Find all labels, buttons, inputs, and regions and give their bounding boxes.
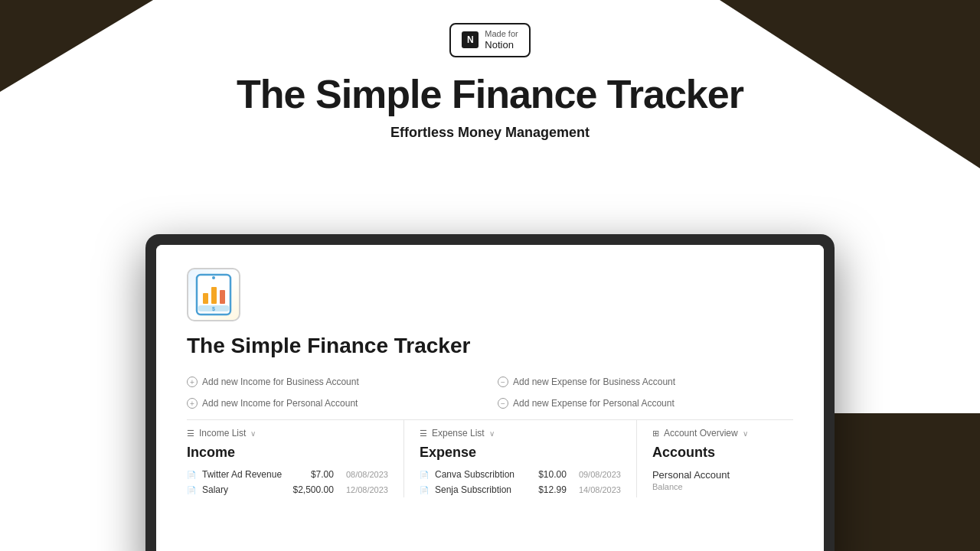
expense-list-icon: ☰	[420, 429, 427, 439]
expense-chevron: ∨	[489, 429, 495, 438]
expense-doc-icon-1: 📄	[420, 486, 429, 494]
account-name-0: Personal Account	[652, 469, 730, 481]
svg-rect-3	[220, 290, 225, 304]
page-title: The Simple Finance Tracker	[187, 334, 793, 358]
action-buttons-row-2: + Add new Income for Personal Account − …	[187, 395, 793, 412]
add-expense-business-btn[interactable]: − Add new Expense for Business Account	[498, 373, 793, 390]
income-list-header[interactable]: ☰ Income List ∨	[187, 420, 388, 445]
app-icon: $	[187, 268, 240, 321]
account-row-0: Personal Account Balance	[652, 467, 793, 494]
account-section: ⊞ Account Overview ∨ Accounts Personal A…	[636, 420, 793, 497]
income-chevron: ∨	[250, 429, 256, 438]
expense-row-1: 📄 Senja Subscribtion $12.99 14/08/2023	[420, 482, 621, 497]
plus-icon-income-business: +	[187, 377, 198, 387]
subtitle: Effortless Money Management	[390, 125, 590, 141]
notion-content: $ The Simple Finance Tracker + Add new I…	[156, 245, 824, 551]
expense-amount-1: $12.99	[538, 484, 567, 495]
laptop-outer: $ The Simple Finance Tracker + Add new I…	[145, 234, 835, 551]
expense-personal-col: − Add new Expense for Personal Account	[498, 395, 793, 412]
income-amount-0: $7.00	[311, 469, 334, 480]
income-business-label: Add new Income for Business Account	[202, 377, 359, 387]
notion-badge: N Made for Notion	[449, 23, 530, 57]
expense-section: ☰ Expense List ∨ Expense 📄 Canva Subscri…	[403, 420, 636, 497]
notion-label: Notion	[485, 39, 514, 51]
laptop-mockup: $ The Simple Finance Tracker + Add new I…	[145, 234, 835, 551]
income-date-1: 12/08/2023	[346, 485, 388, 494]
plus-icon-income-personal: +	[187, 398, 198, 409]
expense-date-0: 09/08/2023	[579, 470, 621, 479]
expense-name-1: Senja Subscribtion	[435, 484, 532, 495]
expense-list-label: Expense List	[432, 428, 485, 439]
income-name-0: Twitter Ad Revenue	[202, 469, 305, 480]
account-chevron: ∨	[743, 429, 748, 438]
accounts-col-title: Accounts	[652, 445, 793, 461]
expense-date-1: 14/08/2023	[579, 485, 621, 494]
income-list-label: Income List	[199, 428, 246, 439]
svg-rect-2	[211, 287, 217, 304]
tables-row: ☰ Income List ∨ Income 📄 Twitter Ad Reve…	[187, 420, 793, 497]
income-amount-1: $2,500.00	[293, 484, 334, 495]
notion-badge-text: Made for Notion	[485, 29, 518, 51]
expense-list-header[interactable]: ☰ Expense List ∨	[420, 420, 621, 445]
main-title: The Simple Finance Tracker	[237, 71, 743, 117]
expense-col-title: Expense	[420, 445, 621, 461]
doc-icon-1: 📄	[187, 486, 196, 494]
income-row-0: 📄 Twitter Ad Revenue $7.00 08/08/2023	[187, 467, 388, 482]
balance-label-0: Balance	[652, 482, 730, 491]
income-personal-label: Add new Income for Personal Account	[202, 398, 358, 409]
add-income-business-btn[interactable]: + Add new Income for Business Account	[187, 373, 482, 390]
doc-icon-0: 📄	[187, 471, 196, 479]
svg-point-6	[212, 276, 215, 279]
header: N Made for Notion The Simple Finance Tra…	[0, 0, 980, 141]
app-icon-img: $	[187, 268, 240, 321]
income-row-1: 📄 Salary $2,500.00 12/08/2023	[187, 482, 388, 497]
income-date-0: 08/08/2023	[346, 470, 388, 479]
minus-icon-expense-business: −	[498, 377, 508, 387]
expense-row-0: 📄 Canva Subscribtion $10.00 09/08/2023	[420, 467, 621, 482]
expense-business-label: Add new Expense for Business Account	[513, 377, 675, 387]
expense-name-0: Canva Subscribtion	[435, 469, 532, 480]
account-grid-icon: ⊞	[652, 429, 659, 439]
expense-amount-0: $10.00	[538, 469, 567, 480]
notion-badge-icon: N	[462, 31, 479, 48]
add-expense-personal-btn[interactable]: − Add new Expense for Personal Account	[498, 395, 793, 412]
minus-icon-expense-personal: −	[498, 398, 508, 409]
made-for-label: Made for	[485, 29, 518, 39]
account-overview-header[interactable]: ⊞ Account Overview ∨	[652, 420, 793, 445]
expense-personal-label: Add new Expense for Personal Account	[513, 398, 675, 409]
expense-doc-icon-0: 📄	[420, 471, 429, 479]
income-section: ☰ Income List ∨ Income 📄 Twitter Ad Reve…	[187, 420, 403, 497]
list-icon: ☰	[187, 429, 194, 439]
finance-tracker-icon: $	[191, 272, 237, 318]
income-name-1: Salary	[202, 484, 287, 495]
svg-text:$: $	[212, 306, 215, 312]
income-personal-col: + Add new Income for Personal Account	[187, 395, 482, 412]
expense-action-col: − Add new Expense for Business Account	[498, 373, 793, 390]
laptop-screen: $ The Simple Finance Tracker + Add new I…	[156, 245, 824, 551]
action-buttons-row-1: + Add new Income for Business Account − …	[187, 373, 793, 390]
add-income-personal-btn[interactable]: + Add new Income for Personal Account	[187, 395, 482, 412]
income-col-title: Income	[187, 445, 388, 461]
svg-rect-1	[203, 293, 208, 304]
bg-dark-bottom-right	[827, 413, 980, 551]
income-action-col: + Add new Income for Business Account	[187, 373, 482, 390]
account-overview-label: Account Overview	[664, 428, 738, 439]
